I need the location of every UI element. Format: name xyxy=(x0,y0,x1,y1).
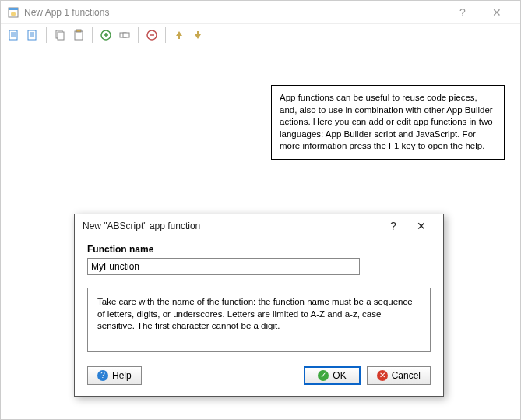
toolbar-separator xyxy=(92,27,93,43)
dialog-close-button[interactable]: ✕ xyxy=(407,214,435,238)
svg-rect-11 xyxy=(123,33,129,37)
svg-rect-4 xyxy=(28,30,36,40)
svg-rect-8 xyxy=(76,30,81,32)
window-title: New App 1 functions xyxy=(24,7,445,18)
function-name-note: Take care with the name of the function:… xyxy=(87,288,431,352)
svg-point-2 xyxy=(11,12,16,16)
svg-rect-3 xyxy=(9,30,17,40)
help-button-label: Help xyxy=(112,370,132,381)
help-button[interactable]: ? Help xyxy=(87,366,142,385)
paste-button[interactable] xyxy=(70,26,87,44)
toolbar-separator xyxy=(46,27,47,43)
add-button[interactable] xyxy=(97,26,114,44)
toolbar-separator xyxy=(165,27,166,43)
check-icon: ✓ xyxy=(318,370,329,381)
dialog-titlebar: New "ABScript" app function ? ✕ xyxy=(75,214,443,238)
app-icon xyxy=(7,6,19,19)
window-close-button[interactable]: ✕ xyxy=(480,1,514,24)
function-name-input[interactable] xyxy=(87,258,360,275)
help-icon: ? xyxy=(97,370,108,381)
ok-button-label: OK xyxy=(333,370,346,381)
content-area: App functions can be useful to reuse cod… xyxy=(1,46,520,419)
dialog-help-button[interactable]: ? xyxy=(379,214,407,238)
svg-rect-1 xyxy=(9,8,18,10)
move-down-button[interactable] xyxy=(189,26,206,44)
function-name-label: Function name xyxy=(87,244,431,255)
close-icon: ✕ xyxy=(377,370,388,381)
edit-script-button[interactable] xyxy=(24,26,41,44)
svg-rect-7 xyxy=(75,31,83,40)
svg-rect-6 xyxy=(58,32,64,40)
delete-button[interactable] xyxy=(143,26,160,44)
window-titlebar: New App 1 functions ? ✕ xyxy=(1,1,520,24)
cancel-button-label: Cancel xyxy=(392,370,421,381)
window-help-button[interactable]: ? xyxy=(445,1,480,24)
dialog-title: New "ABScript" app function xyxy=(83,221,379,231)
cancel-button[interactable]: ✕ Cancel xyxy=(367,366,431,385)
dialog-new-function: New "ABScript" app function ? ✕ Function… xyxy=(74,214,444,397)
toolbar xyxy=(1,24,520,46)
rename-button[interactable] xyxy=(116,26,133,44)
copy-button[interactable] xyxy=(51,26,69,44)
note-text: Take care with the name of the function:… xyxy=(97,297,413,330)
new-script-button[interactable] xyxy=(5,26,23,44)
ok-button[interactable]: ✓ OK xyxy=(304,366,360,385)
toolbar-separator xyxy=(138,27,139,43)
info-text: App functions can be useful to reuse cod… xyxy=(280,93,493,150)
info-box: App functions can be useful to reuse cod… xyxy=(271,85,505,160)
move-up-button[interactable] xyxy=(171,26,188,44)
